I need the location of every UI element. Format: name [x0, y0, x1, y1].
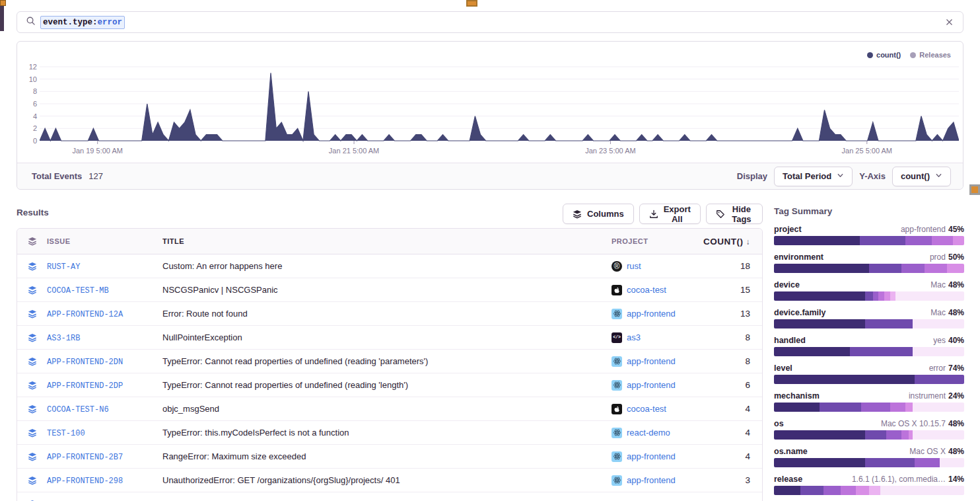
issue-link[interactable]: APP-FRONTEND-2B7 [47, 453, 123, 462]
events-area-chart[interactable] [40, 61, 959, 144]
tag-distribution-bar[interactable] [774, 458, 964, 467]
tag-percent: 24% [948, 391, 964, 401]
export-all-button[interactable]: Export All [639, 204, 701, 224]
column-header-count[interactable]: COUNT()↓ [697, 237, 762, 247]
stack-icon[interactable] [17, 357, 47, 366]
count-value: 4 [697, 428, 762, 438]
issue-link[interactable]: APP-FRONTEND-2DP [47, 381, 123, 391]
tag-distribution-bar[interactable] [774, 319, 964, 328]
project-link[interactable]: app-frontend [627, 451, 676, 461]
project-cell: cocoa-test [612, 285, 697, 295]
issue-link[interactable]: APP-FRONTEND-2DN [47, 358, 123, 367]
legend-item-count[interactable]: count() [867, 51, 901, 59]
tag-bar-segment [774, 236, 860, 245]
table-row: AS3-1RBNullPointerException</>as38 [17, 326, 762, 350]
project-link[interactable]: app-frontend [627, 356, 676, 366]
tag-summary-item-os-name: os.nameMac OS X48% [774, 447, 964, 466]
issue-link[interactable]: APP-FRONTEND-12A [47, 310, 123, 319]
project-badge-code-icon: </> [612, 332, 622, 343]
tag-distribution-bar[interactable] [774, 430, 964, 440]
project-cell: app-frontend [612, 380, 697, 391]
column-header-project[interactable]: PROJECT [612, 237, 697, 245]
tag-distribution-bar[interactable] [774, 375, 964, 384]
tag-distribution-bar[interactable] [774, 347, 964, 356]
tag-bar-segment [878, 291, 884, 301]
tag-distribution-bar[interactable] [774, 236, 964, 245]
project-link[interactable]: app-frontend [627, 475, 676, 485]
issue-link[interactable]: RUST-AY [47, 262, 80, 272]
issue-link[interactable]: COCOA-TEST-MB [47, 286, 109, 295]
tag-top-value: Mac [930, 280, 946, 289]
column-header-title[interactable]: TITLE [162, 237, 612, 245]
tag-bar-segment [895, 291, 964, 301]
sort-desc-icon: ↓ [746, 237, 751, 247]
search-query-token[interactable]: event.type:error [40, 16, 125, 29]
tag-name: os [774, 419, 784, 428]
button-label: Hide Tags [730, 204, 753, 224]
hide-tags-button[interactable]: Hide Tags [706, 204, 763, 224]
issue-link[interactable]: APP-FRONTEND-298 [47, 477, 123, 486]
chart-legend[interactable]: count()Releases [867, 51, 951, 59]
table-row: APP-FRONTEND-2DPTypeError: Cannot read p… [17, 373, 762, 397]
tag-bar-segment [913, 319, 964, 328]
project-link[interactable]: rust [627, 261, 641, 271]
results-table: ISSUE TITLE PROJECT COUNT()↓ RUST-AYCust… [17, 228, 763, 501]
y-axis-tick-label: 0 [21, 137, 37, 145]
tag-bar-segment [915, 458, 939, 467]
column-header-issue[interactable]: ISSUE [47, 237, 162, 245]
legend-label: Releases [919, 51, 951, 59]
stack-icon[interactable] [17, 452, 47, 461]
tag-bar-segment [865, 430, 886, 440]
tag-name: device.family [774, 308, 826, 317]
issue-link[interactable]: TEST-100 [47, 429, 85, 438]
project-link[interactable]: cocoa-test [627, 404, 666, 414]
search-token-key: event.type: [43, 18, 98, 27]
stack-icon[interactable] [17, 309, 47, 319]
tag-icon [716, 210, 725, 219]
issue-title: NullPointerException [162, 332, 612, 342]
project-link[interactable]: app-frontend [627, 309, 676, 319]
project-link[interactable]: as3 [627, 332, 641, 342]
columns-button[interactable]: Columns [563, 204, 634, 224]
project-cell: app-frontend [612, 451, 697, 462]
tag-distribution-bar[interactable] [774, 403, 964, 412]
issue-link[interactable]: AS3-1RB [47, 334, 80, 343]
stack-icon[interactable] [17, 428, 47, 438]
x-axis-tick-label: Jan 23 5:00 AM [585, 147, 635, 155]
search-bar[interactable]: event.type:error [17, 11, 963, 33]
tag-distribution-bar[interactable] [774, 264, 964, 273]
table-row: APP-FRONTEND-2B7RangeError: Maximum size… [17, 445, 762, 469]
display-dropdown[interactable]: Total Period [774, 167, 853, 186]
close-icon[interactable] [945, 18, 954, 26]
stack-icon[interactable] [17, 262, 47, 271]
tag-percent: 48% [948, 280, 964, 289]
tag-bar-segment [947, 264, 964, 273]
tag-bar-segment [774, 375, 915, 384]
button-label: Export All [664, 204, 691, 224]
tag-distribution-bar[interactable] [774, 486, 964, 495]
tag-summary-item-mechanism: mechanisminstrument24% [774, 391, 964, 410]
issue-link[interactable]: COCOA-TEST-N6 [47, 405, 109, 414]
tag-bar-segment [865, 458, 915, 467]
tag-bar-segment [905, 236, 932, 245]
stack-icon[interactable] [17, 333, 47, 342]
stack-icon[interactable] [17, 476, 47, 485]
y-axis-dropdown[interactable]: count() [892, 167, 951, 186]
project-badge-apple-icon [612, 404, 622, 414]
stack-icon[interactable] [17, 286, 47, 295]
table-row: APP-FRONTEND-298UnauthorizedError: GET /… [17, 469, 762, 492]
results-heading: Results [17, 208, 49, 217]
tag-percent: 48% [948, 447, 964, 456]
project-link[interactable]: app-frontend [627, 380, 676, 390]
project-link[interactable]: cocoa-test [627, 285, 666, 295]
legend-item-releases[interactable]: Releases [910, 51, 951, 59]
tag-bar-segment [860, 236, 905, 245]
tag-top-value: instrument [909, 391, 946, 401]
project-cell: react-demo [612, 428, 697, 438]
project-link[interactable]: react-demo [627, 428, 670, 438]
stack-icon[interactable] [17, 405, 47, 414]
tag-distribution-bar[interactable] [774, 291, 964, 301]
count-value: 8 [697, 332, 762, 342]
stack-icon[interactable] [17, 381, 47, 390]
stack-icon[interactable] [17, 237, 47, 246]
